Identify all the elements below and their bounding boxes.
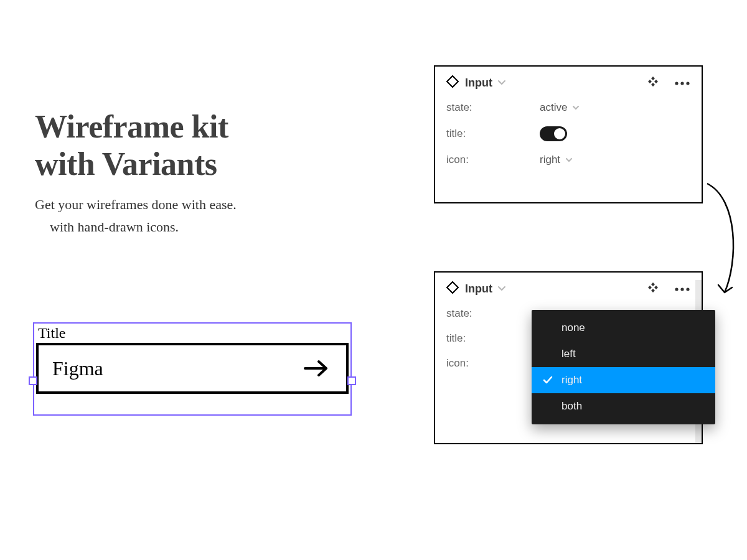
toggle-title[interactable]	[540, 126, 567, 141]
prop-label-title: title:	[446, 128, 540, 140]
prop-label-icon: icon:	[446, 154, 540, 166]
variants-icon[interactable]	[647, 75, 659, 90]
prop-value-icon[interactable]: right	[540, 154, 573, 166]
hero: Wireframe kit with Variants Get your wir…	[35, 108, 371, 235]
dropdown-option-both[interactable]: both	[532, 393, 715, 419]
hero-title: Wireframe kit with Variants	[35, 108, 371, 183]
diamond-icon	[446, 281, 459, 296]
variants-icon[interactable]	[647, 281, 659, 296]
wf-input-field[interactable]: Figma	[36, 343, 349, 394]
diamond-icon	[446, 75, 459, 90]
chevron-down-icon	[565, 154, 573, 166]
arrow-right-icon	[303, 359, 330, 378]
hero-title-line2: with Variants	[35, 146, 217, 182]
svg-point-5	[686, 287, 689, 291]
svg-point-3	[675, 287, 678, 291]
component-name: Input	[465, 282, 492, 296]
prop-row-state: state: active	[435, 95, 702, 120]
prop-label-icon: icon:	[446, 357, 540, 370]
svg-point-2	[686, 82, 689, 85]
selection-handle-left[interactable]	[29, 376, 37, 385]
panel-header: Input	[435, 273, 702, 301]
hero-subtitle-1: Get your wireframes done with ease.	[35, 197, 371, 213]
hero-title-line1: Wireframe kit	[35, 109, 228, 144]
wf-input-title: Title	[33, 322, 352, 343]
check-icon	[542, 376, 554, 385]
variants-panel-expanded: Input state: title: icon: none left	[434, 271, 703, 444]
hero-subtitle-2: with hand-drawn icons.	[50, 219, 371, 235]
dropdown-option-right[interactable]: right	[532, 367, 715, 393]
more-icon[interactable]	[674, 283, 690, 294]
wf-input-value: Figma	[52, 357, 103, 380]
prop-label-title: title:	[446, 332, 540, 345]
more-icon[interactable]	[674, 77, 690, 88]
dropdown-option-left[interactable]: left	[532, 341, 715, 367]
svg-point-4	[680, 287, 684, 291]
chevron-down-icon	[572, 101, 580, 114]
svg-point-1	[680, 82, 684, 85]
selection-handle-right[interactable]	[347, 376, 356, 385]
icon-dropdown: none left right both	[532, 310, 715, 424]
chevron-down-icon[interactable]	[497, 77, 506, 88]
canvas-selected-component[interactable]: Title Figma	[33, 322, 352, 398]
prop-value-state[interactable]: active	[540, 101, 580, 114]
flow-arrow-icon	[701, 180, 745, 299]
chevron-down-icon[interactable]	[497, 283, 506, 294]
prop-row-icon: icon: right	[435, 147, 702, 172]
variants-panel-collapsed: Input state: active title: icon:	[434, 65, 703, 203]
prop-label-state: state:	[446, 101, 540, 114]
panel-header: Input	[435, 67, 702, 95]
component-name: Input	[465, 77, 492, 90]
dropdown-option-none[interactable]: none	[532, 315, 715, 341]
svg-point-0	[675, 82, 678, 85]
prop-label-state: state:	[446, 307, 540, 320]
prop-row-title: title:	[435, 120, 702, 147]
